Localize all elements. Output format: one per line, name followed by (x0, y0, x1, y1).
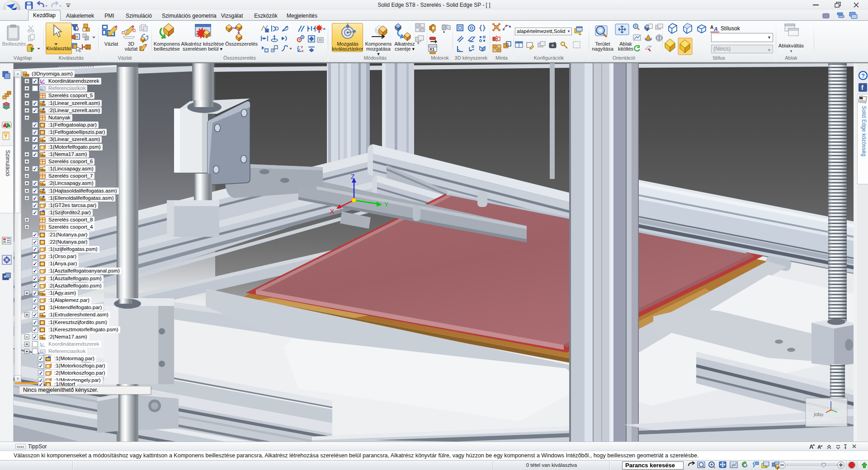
svg-text:A: A (710, 25, 713, 30)
svg-text:?: ? (4, 134, 7, 139)
svg-text:Z: Z (351, 173, 355, 180)
svg-text:A: A (713, 26, 718, 33)
svg-text:xxxx: xxxx (17, 445, 24, 449)
svg-text:Y: Y (384, 201, 389, 208)
svg-text:jobo: jobo (813, 411, 824, 417)
svg-text:H: H (75, 28, 78, 32)
svg-text:X1: X1 (429, 47, 434, 52)
svg-text:z: z (43, 79, 44, 81)
svg-text:f: f (861, 84, 863, 91)
svg-text:A: A (817, 444, 821, 450)
svg-text:A: A (809, 443, 814, 450)
svg-text:?: ? (861, 72, 865, 79)
svg-text:x: x (302, 49, 304, 53)
svg-text:X: X (330, 208, 335, 215)
